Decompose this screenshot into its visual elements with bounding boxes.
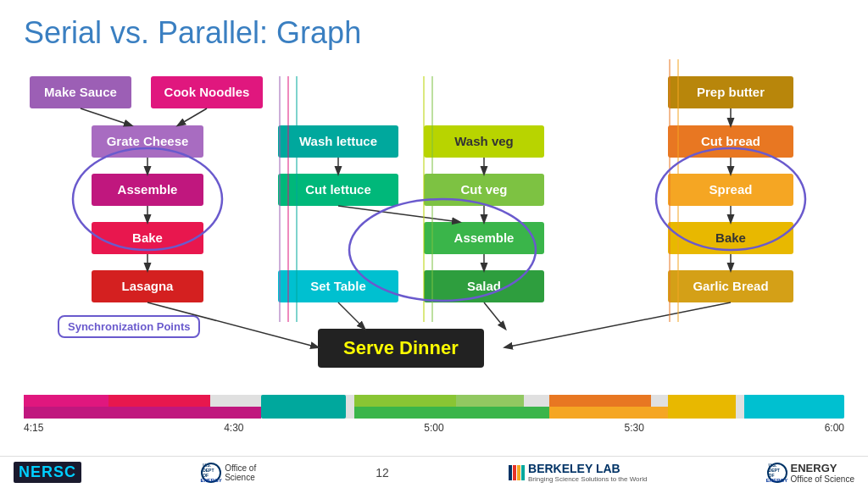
bl-stripe3 <box>517 465 520 480</box>
node-serve-dinner: Serve Dinner <box>318 329 484 368</box>
node-cook-noodles: Cook Noodles <box>151 76 263 108</box>
bl-stripe4 <box>521 465 525 480</box>
tl-label-600: 6:00 <box>825 422 844 434</box>
node-cut-bread: Cut bread <box>668 125 793 158</box>
timeline-area: 4:15 4:30 5:00 5:30 6:00 <box>24 395 844 446</box>
node-cut-veg: Cut veg <box>424 174 544 206</box>
slide-title: Serial vs. Parallel: Graph <box>24 15 361 51</box>
svg-line-6 <box>338 206 459 222</box>
office-science-label: Office of Science <box>791 474 854 484</box>
node-salad: Salad <box>424 270 544 302</box>
tl-bar-12 <box>744 395 844 419</box>
node-grate-cheese: Grate Cheese <box>92 125 203 158</box>
svg-line-16 <box>338 302 364 329</box>
tl-bar-4 <box>24 407 261 419</box>
node-bake-bread: Bake <box>668 222 793 254</box>
node-lasagna: Lasagna <box>92 270 203 302</box>
tl-label-530: 5:30 <box>624 422 643 434</box>
tl-label-500: 5:00 <box>424 422 443 434</box>
timeline-labels: 4:15 4:30 5:00 5:30 6:00 <box>24 422 844 434</box>
svg-line-17 <box>505 302 731 347</box>
footer: NERSC U.S. DEPT OF ENERGY Office ofScien… <box>0 456 868 488</box>
bl-stripe1 <box>509 465 512 480</box>
nersc-logo: NERSC <box>14 462 81 483</box>
bl-stripe2 <box>513 465 516 480</box>
energy-icon-left: U.S. DEPT OF ENERGY <box>201 463 221 483</box>
node-prep-butter: Prep butter <box>668 76 793 108</box>
node-assemble-salad: Assemble <box>424 222 544 254</box>
node-spread: Spread <box>668 174 793 206</box>
node-cut-lettuce: Cut lettuce <box>278 174 398 206</box>
berkeley-lab-logo: BERKELEY LAB Bringing Science Solutions … <box>509 462 647 483</box>
svg-line-15 <box>484 302 505 329</box>
node-bake: Bake <box>92 222 203 254</box>
footer-energy-left: U.S. DEPT OF ENERGY Office ofScience <box>201 463 256 483</box>
svg-line-0 <box>81 108 131 125</box>
node-make-sauce: Make Sauce <box>30 76 131 108</box>
bl-sub: Bringing Science Solutions to the World <box>528 475 647 483</box>
tl-bar-5 <box>261 395 346 419</box>
node-assemble-lasagna: Assemble <box>92 174 203 206</box>
node-garlic-bread: Garlic Bread <box>668 270 793 302</box>
sync-label: Synchronization Points <box>58 315 200 338</box>
node-set-table: Set Table <box>278 270 398 302</box>
footer-page-number: 12 <box>376 466 389 480</box>
svg-line-1 <box>178 108 207 125</box>
slide: Serial vs. Parallel: Graph Make Sauce Co… <box>0 0 868 488</box>
bl-label: BERKELEY LAB <box>528 462 647 475</box>
node-wash-lettuce: Wash lettuce <box>278 125 398 158</box>
tl-bar-11 <box>668 395 736 419</box>
node-wash-veg: Wash veg <box>424 125 544 158</box>
energy-label: ENERGY <box>791 462 854 474</box>
energy-icon-right: U.S. DEPT OF ENERGY <box>767 463 787 483</box>
tl-label-430: 4:30 <box>224 422 243 434</box>
footer-energy-right: U.S. DEPT OF ENERGY ENERGY Office of Sci… <box>767 462 854 484</box>
tl-label-415: 4:15 <box>24 422 43 434</box>
